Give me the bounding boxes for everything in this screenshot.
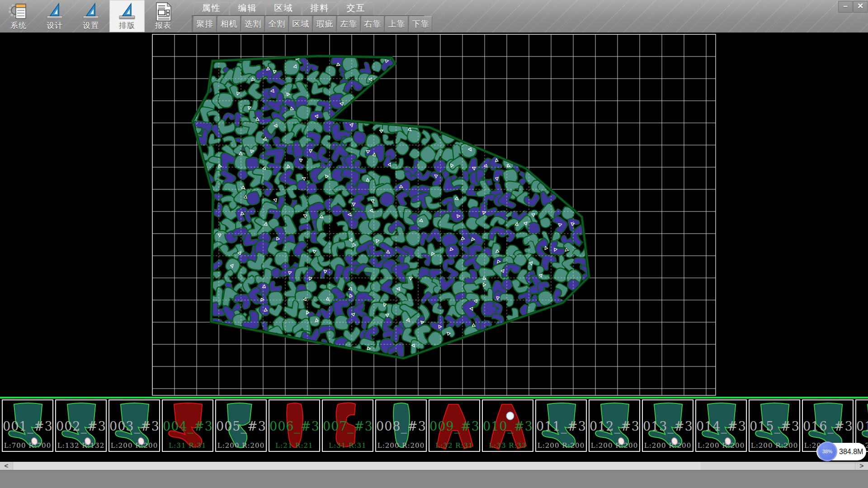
thumbnail-cell-011_#37[interactable]: 011_#37L:200 R:200	[535, 399, 587, 452]
tool-align-left[interactable]: 左靠	[337, 16, 360, 32]
minimize-button[interactable]: –	[838, 1, 853, 13]
nest-drawing	[0, 33, 868, 397]
piece-shape-icon	[429, 400, 479, 451]
thumbnail-cell-001_#37[interactable]: 001_#37L:700 R:700	[2, 399, 53, 452]
nav-button-design[interactable]: 设计	[37, 0, 72, 32]
bottom-bar	[0, 470, 868, 488]
system-gear-icon	[8, 1, 29, 22]
thumbnail-cell-014_#37[interactable]: 014_#37L:200 R:200	[695, 399, 747, 452]
scroll-right-arrow-icon[interactable]: >	[855, 462, 868, 470]
thumbnail-cell-007_#37[interactable]: 007_#37L:31 R:31	[322, 399, 373, 452]
strip-top-line	[0, 397, 868, 399]
thumbnail-cell-006_#37[interactable]: 006_#37L:21 R:21	[269, 399, 320, 452]
nesting-canvas[interactable]	[0, 33, 868, 397]
nav-design-label: 设计	[37, 20, 72, 31]
tool-align-right[interactable]: 右靠	[361, 16, 384, 32]
tool-camera[interactable]: 相机	[217, 16, 241, 32]
app-window: 系统 设计 设置	[0, 0, 868, 488]
piece-shape-icon	[483, 400, 533, 451]
tab-nesting[interactable]: 排料	[302, 1, 338, 15]
thumbnail-cell-005_#37[interactable]: 005_#37L:200 R:200	[215, 399, 267, 452]
tool-defect[interactable]: 瑕疵	[313, 16, 336, 32]
nav-system-label: 系统	[1, 20, 36, 31]
piece-shape-icon	[590, 400, 639, 451]
thumbnail-cell-002_#37[interactable]: 002_#37L:132 R:132	[55, 399, 107, 452]
piece-shape-icon	[163, 400, 212, 451]
piece-shape-icon	[536, 400, 586, 451]
scrollbar-thumb[interactable]	[14, 462, 701, 470]
horizontal-scrollbar[interactable]: < >	[0, 462, 868, 470]
piece-shape-icon	[750, 400, 799, 451]
thumbnail-cell-009_#37[interactable]: 009_#37L:32 R:31	[429, 399, 480, 452]
layout-setsquare-icon	[117, 1, 137, 22]
tool-button-row: 聚排 相机 选割 全割 区域 瑕疵 左靠 右靠 上靠 下靠	[193, 16, 433, 32]
thumbnail-cell-012_#37[interactable]: 012_#37L:200 R:200	[589, 399, 640, 452]
nav-button-layout[interactable]: 排版	[109, 0, 145, 32]
piece-shape-icon	[109, 400, 159, 451]
scroll-left-arrow-icon[interactable]: <	[0, 462, 13, 470]
thumbnail-strip: 001_#37L:700 R:700002_#37L:132 R:132003_…	[0, 399, 868, 454]
piece-shape-icon	[3, 400, 52, 451]
tool-cut-all[interactable]: 全割	[265, 16, 288, 32]
thumbnail-cell-010_#37[interactable]: 010_#37L:33 R:33	[482, 399, 533, 452]
tool-align-top[interactable]: 上靠	[385, 16, 408, 32]
piece-shape-icon	[376, 400, 426, 451]
nav-button-system[interactable]: 系统	[1, 0, 36, 32]
tool-cluster-nest[interactable]: 聚排	[193, 16, 217, 32]
nav-button-settings[interactable]: 设置	[73, 0, 108, 32]
tab-region[interactable]: 区域	[266, 1, 302, 15]
design-setsquare-icon	[44, 1, 65, 22]
report-document-icon	[153, 1, 174, 22]
thumbnail-cell-015_#37[interactable]: 015_#37L:200 R:200	[749, 399, 800, 452]
thumbnail-cell-003_#37[interactable]: 003_#37L:200 R:200	[108, 399, 160, 452]
piece-shape-icon	[323, 400, 373, 451]
piece-shape-icon	[216, 400, 266, 451]
memory-size-label: 384.8M	[839, 443, 863, 460]
memory-badge[interactable]: 38% 384.8M	[816, 443, 866, 460]
thumbnail-cell-008_#37[interactable]: 008_#37L:200 R:200	[375, 399, 427, 452]
piece-shape-icon	[696, 400, 746, 451]
memory-percent-badge: 38%	[817, 441, 837, 461]
menu-tab-bar: 属性 编辑 区域 排料 交互	[193, 1, 374, 15]
nav-layout-label: 排版	[109, 20, 145, 31]
tab-edit[interactable]: 编辑	[230, 1, 265, 15]
piece-shape-icon	[56, 400, 106, 451]
tool-region[interactable]: 区域	[289, 16, 312, 32]
nav-settings-label: 设置	[73, 20, 108, 31]
tab-interact[interactable]: 交互	[338, 1, 374, 15]
tool-select-cut[interactable]: 选割	[241, 16, 264, 32]
tool-align-bottom[interactable]: 下靠	[409, 16, 432, 32]
toolbar: 系统 设计 设置	[0, 0, 868, 33]
thumbnail-cell-013_#37[interactable]: 013_#37L:200 R:200	[642, 399, 693, 452]
piece-shape-icon	[643, 400, 693, 451]
thumbnail-cell-004_#37[interactable]: 004_#37L:31 R:31	[162, 399, 213, 452]
piece-shape-icon	[269, 400, 319, 451]
tab-properties[interactable]: 属性	[193, 1, 229, 15]
settings-setsquare-icon	[80, 1, 101, 22]
nav-report-label: 报表	[146, 20, 181, 31]
close-button[interactable]: ✕	[853, 1, 868, 13]
nav-button-report[interactable]: 报表	[146, 0, 181, 32]
